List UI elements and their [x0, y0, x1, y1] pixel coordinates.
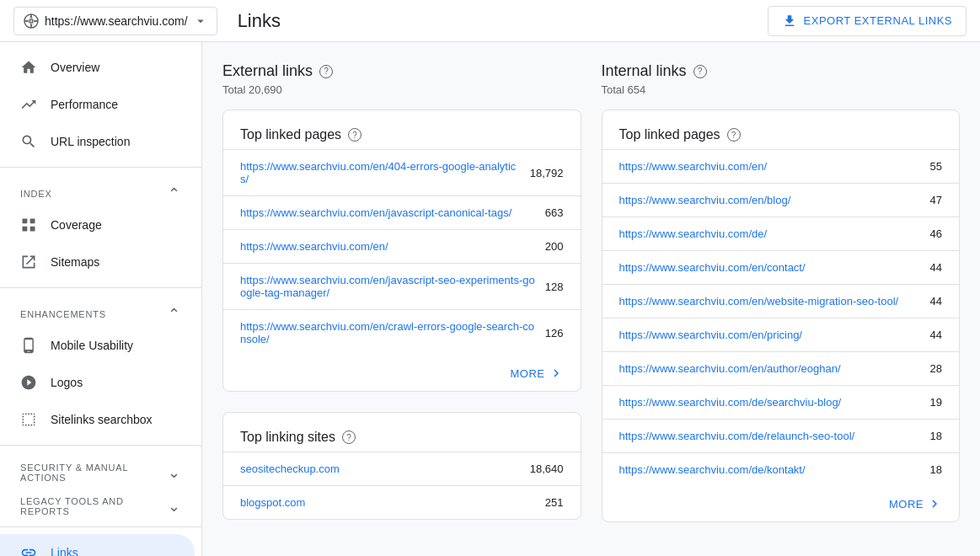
sitelinks-icon	[20, 411, 37, 428]
page-link[interactable]: https://www.searchviu.com/en/404-errors-…	[240, 160, 520, 185]
page-count: 200	[545, 240, 564, 253]
sidebar-item-sitemaps[interactable]: Sitemaps	[0, 243, 195, 281]
ext-more-label: MORE	[511, 367, 545, 380]
int-page-link[interactable]: https://www.searchviu.com/en/	[619, 160, 920, 173]
svg-point-0	[24, 14, 38, 28]
top-linking-sites-title: Top linking sites	[240, 430, 335, 445]
int-page-link[interactable]: https://www.searchviu.com/en/author/eogh…	[619, 362, 920, 375]
sidebar-item-mobile-usability[interactable]: Mobile Usability	[0, 327, 195, 364]
int-page-link[interactable]: https://www.searchviu.com/de/relaunch-se…	[619, 430, 920, 442]
page-count: 126	[545, 327, 564, 339]
ext-pages-list: https://www.searchviu.com/en/404-errors-…	[223, 149, 581, 356]
int-top-pages-help-icon[interactable]: ?	[727, 128, 741, 142]
table-row: https://www.searchviu.com/de/searchviu-b…	[602, 385, 960, 419]
int-top-linked-pages-title: Top linked pages	[619, 127, 720, 142]
internal-links-help-icon[interactable]: ?	[693, 65, 707, 78]
export-button-label: EXPORT EXTERNAL LINKS	[804, 14, 952, 27]
site-link[interactable]: seositecheckup.com	[240, 462, 520, 475]
chevron-right-icon-2	[927, 496, 942, 511]
sidebar-logos-label: Logos	[51, 376, 83, 389]
int-page-link[interactable]: https://www.searchviu.com/de/kontakt/	[619, 463, 920, 476]
sidebar: Overview Performance URL inspection Inde…	[0, 42, 202, 556]
int-more-button[interactable]: MORE	[889, 496, 942, 511]
links-icon	[20, 544, 37, 556]
chevron-up-icon-2: ⌃	[168, 305, 181, 323]
mobile-icon	[20, 337, 37, 354]
page-link[interactable]: https://www.searchviu.com/en/	[240, 240, 535, 253]
table-row: https://www.searchviu.com/en/author/eogh…	[602, 351, 960, 385]
page-link[interactable]: https://www.searchviu.com/en/javascript-…	[240, 274, 535, 299]
svg-rect-2	[30, 219, 35, 224]
int-pages-list: https://www.searchviu.com/en/55https://w…	[602, 149, 960, 486]
export-external-links-button[interactable]: EXPORT EXTERNAL LINKS	[768, 6, 967, 36]
index-section-label: Index	[20, 189, 52, 199]
page-link[interactable]: https://www.searchviu.com/en/crawl-error…	[240, 320, 535, 345]
chevron-right-icon	[549, 366, 564, 381]
table-row: https://www.searchviu.com/en/pricing/44	[602, 318, 960, 351]
links-grid: External links ? Total 20,690 Top linked…	[222, 62, 960, 543]
int-page-link[interactable]: https://www.searchviu.com/en/contact/	[619, 261, 920, 274]
ext-top-pages-help-icon[interactable]: ?	[348, 128, 361, 142]
int-page-link[interactable]: https://www.searchviu.com/de/searchviu-b…	[619, 396, 920, 409]
page-title: Links	[238, 10, 281, 32]
sidebar-item-coverage[interactable]: Coverage	[0, 206, 195, 243]
sidebar-item-sitelinks-searchbox[interactable]: Sitelinks searchbox	[0, 401, 195, 438]
page-link[interactable]: https://www.searchviu.com/en/javascript-…	[240, 206, 535, 219]
sitemaps-icon	[20, 254, 37, 270]
int-more-row: MORE	[602, 486, 960, 521]
ext-more-button[interactable]: MORE	[511, 366, 564, 381]
top-linking-sites-help-icon[interactable]: ?	[342, 430, 356, 444]
sidebar-coverage-label: Coverage	[51, 218, 102, 232]
int-page-count: 55	[930, 160, 942, 173]
int-page-count: 44	[930, 261, 942, 274]
table-row: https://www.searchviu.com/en/200	[223, 229, 581, 263]
sidebar-item-links[interactable]: Links	[0, 534, 195, 556]
site-link[interactable]: blogspot.com	[240, 496, 535, 509]
svg-rect-3	[23, 227, 28, 232]
top-bar-left: https://www.searchviu.com/ Links	[13, 7, 281, 35]
table-row: https://www.searchviu.com/en/contact/44	[602, 250, 960, 284]
enhancements-section-label: Enhancements	[20, 309, 106, 319]
sidebar-section-legacy[interactable]: Legacy tools and reports ⌄	[0, 486, 201, 520]
int-page-count: 18	[930, 430, 942, 442]
int-page-link[interactable]: https://www.searchviu.com/en/website-mig…	[619, 295, 920, 307]
internal-links-title: Internal links	[602, 62, 687, 80]
int-page-count: 47	[930, 194, 942, 206]
sidebar-item-overview[interactable]: Overview	[0, 49, 195, 86]
external-top-linked-pages-card: Top linked pages ? https://www.searchviu…	[222, 110, 581, 392]
table-row: https://www.searchviu.com/en/404-errors-…	[223, 149, 581, 195]
home-icon	[20, 59, 37, 76]
sidebar-section-security[interactable]: Security & Manual Actions ⌄	[0, 452, 201, 486]
table-row: https://www.searchviu.com/en/blog/47	[602, 183, 960, 217]
sidebar-item-logos[interactable]: Logos	[0, 364, 195, 401]
internal-links-column: Internal links ? Total 654 Top linked pa…	[602, 62, 961, 543]
sidebar-mobile-usability-label: Mobile Usability	[51, 339, 133, 352]
site-icon	[23, 13, 40, 29]
int-page-link[interactable]: https://www.searchviu.com/en/blog/	[619, 194, 920, 206]
sidebar-section-index[interactable]: Index ⌃	[0, 174, 201, 206]
table-row: https://www.searchviu.com/en/javascript-…	[223, 195, 581, 229]
page-count: 128	[545, 281, 564, 293]
sidebar-item-performance[interactable]: Performance	[0, 86, 195, 123]
sidebar-section-enhancements[interactable]: Enhancements ⌃	[0, 295, 201, 327]
external-links-column: External links ? Total 20,690 Top linked…	[222, 62, 581, 543]
table-row: https://www.searchviu.com/en/website-mig…	[602, 284, 960, 318]
divider-2	[0, 287, 201, 288]
main-layout: Overview Performance URL inspection Inde…	[0, 42, 980, 556]
top-linking-sites-card: Top linking sites ? seositecheckup.com18…	[222, 412, 581, 520]
int-page-link[interactable]: https://www.searchviu.com/de/	[619, 227, 920, 240]
int-page-link[interactable]: https://www.searchviu.com/en/pricing/	[619, 329, 920, 341]
int-more-label: MORE	[889, 498, 924, 511]
sites-card-title-row: Top linking sites ?	[223, 413, 581, 445]
site-count: 251	[545, 496, 564, 509]
sidebar-links-label: Links	[51, 546, 78, 556]
external-links-total: Total 20,690	[222, 83, 581, 96]
divider-1	[0, 167, 201, 168]
internal-links-total: Total 654	[602, 83, 961, 96]
content-area: External links ? Total 20,690 Top linked…	[202, 42, 980, 556]
coverage-icon	[20, 217, 37, 233]
site-url: https://www.searchviu.com/	[45, 14, 188, 28]
sidebar-item-url-inspection[interactable]: URL inspection	[0, 123, 195, 160]
external-links-help-icon[interactable]: ?	[319, 65, 333, 78]
site-selector[interactable]: https://www.searchviu.com/	[13, 7, 217, 35]
